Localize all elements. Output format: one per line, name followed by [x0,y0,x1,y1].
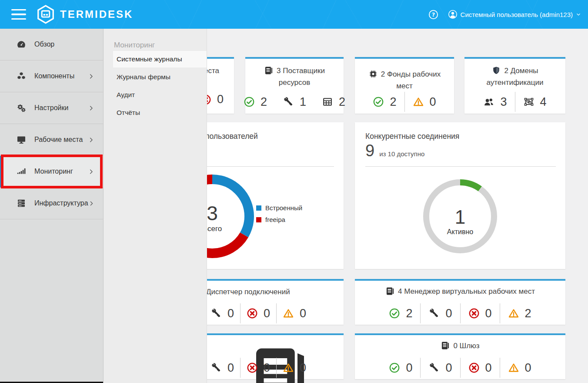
sidebar-item-workplaces[interactable]: Рабочие места [0,124,103,156]
user-menu[interactable]: Системный пользователь (admin123) [448,10,581,19]
sidebar-item-monitoring[interactable]: Мониторинг [0,156,103,188]
chevron-right-icon [88,168,94,175]
sidebar-item-label: Обзор [34,40,54,48]
error-circle-icon [468,362,480,373]
sidebar-item-overview[interactable]: Обзор [0,29,103,60]
sidebar-item-label: Рабочие места [34,136,83,144]
stat-error: 0 [247,361,270,375]
check-circle-icon [244,96,255,108]
submenu-item-system-logs[interactable]: Системные журналы [113,51,207,67]
tools-icon [428,308,440,319]
tools-icon [283,96,294,108]
check-circle-icon [389,362,400,373]
card-workplace-pools[interactable]: 2 Фонды рабочих мест 2 0 [355,57,454,114]
card-stats: 0 0 0 [210,303,306,323]
chart-legend: Встроенный freeipa [256,204,302,228]
stat-warning: 0 [283,361,306,375]
submenu-item-audit[interactable]: Аудит [104,87,207,103]
card-stats: 0 0 0 0 [355,358,565,378]
stat-success: 2 [373,95,396,109]
card-title: 2 Фонды рабочих мест [355,69,454,91]
warning-triangle-icon [283,308,294,319]
stat-maintenance: 0 [210,361,234,375]
card-concurrent-connections[interactable]: Конкурентные соединения 9 из 10 доступно… [355,122,565,269]
table-icon [322,96,333,108]
chevron-right-icon [88,73,94,80]
stat-maintenance: 1 [283,95,306,109]
stat-divider [240,358,241,378]
stat-error: 0 [468,307,492,320]
hamburger-menu-button[interactable] [11,9,26,20]
stat-divider [420,303,421,323]
stat-error: 0 [468,361,492,375]
stat-success: 2 [389,307,412,320]
monitor-icon [16,134,27,145]
sidebar-item-infrastructure[interactable]: Инфраструктура [0,188,103,219]
card-stats: 0 0 0 [210,358,306,378]
journal-icon [441,341,450,353]
stat-warning: 2 [508,307,531,320]
card-gateway[interactable]: 0 Шлюз 0 0 0 0 [355,333,565,379]
stat-divider [404,92,405,112]
stat-object-group: 4 [523,95,547,109]
check-circle-icon [373,96,384,108]
user-name: Системный пользователь (admin123) [461,11,573,18]
sidebar-item-label: Компоненты [34,72,74,80]
stat-divider [276,303,277,323]
server-icon [16,198,27,208]
sidebar-item-components[interactable]: Компоненты [0,60,103,92]
chevron-right-icon [88,200,94,207]
card-stats: 3 4 [464,92,565,112]
topbar-right: Системный пользователь (admin123) [428,10,581,20]
stat-maintenance: 0 [428,307,452,320]
warning-triangle-icon [508,308,519,319]
submenu-monitoring: Мониторинг Системные журналы Журналы фер… [104,29,207,383]
user-icon [448,10,458,19]
chart-title: Конкурентные соединения [365,132,459,141]
card-vdi-manager[interactable]: 4 Менеджер виртуальных рабочих мест 2 0 … [355,279,565,325]
card-title: 4 Менеджер виртуальных рабочих мест [355,286,565,299]
stat-success: 0 [389,361,412,375]
stat-success: 2 [244,95,267,109]
submenu-item-farm-logs[interactable]: Журналы фермы [104,69,207,85]
divider [365,166,556,167]
brand: TERMIDESK [36,4,133,24]
legend-item: Встроенный [256,204,302,212]
sidebar-item-label: Мониторинг [34,168,73,175]
submenu-item-reports[interactable]: Отчёты [104,104,207,121]
chevron-down-icon [576,12,581,17]
stat-divider [420,358,421,378]
stat-divider [515,92,515,112]
object-group-icon [523,96,535,108]
card-title-fragment: Диспетчер подключений [206,288,290,296]
card-stats: 2 1 2 [245,92,344,112]
stat-divider [240,303,241,323]
chart-bars-icon [16,166,27,177]
warning-triangle-icon [508,362,519,373]
card-stats: 2 0 0 2 [355,303,565,323]
sidebar-item-label: Инфраструктура [34,199,88,207]
tools-icon [210,362,222,373]
warning-triangle-icon [413,96,424,108]
card-auth-domains[interactable]: 2 Домены аутентификации 3 4 [464,57,565,114]
stat-warning: 0 [413,95,436,109]
card-title: 3 Поставщики ресурсов [245,66,344,87]
stat-divider [460,358,461,378]
sidebar-item-settings[interactable]: Настройки [0,92,103,124]
stat-table: 2 [322,95,345,109]
tools-icon [428,362,440,373]
journal-icon [385,286,395,299]
help-icon[interactable] [428,10,438,20]
legend-swatch-red [256,217,261,222]
check-circle-icon [389,308,400,319]
available-connections: 9 из 10 доступно [365,141,424,160]
journal-icon [264,66,274,78]
card-resource-providers[interactable]: 3 Поставщики ресурсов 2 1 2 [245,57,344,114]
dashboard-icon [16,39,27,50]
stat-error: 0 [247,307,270,320]
brand-name: TERMIDESK [60,8,133,20]
warning-triangle-icon [283,362,294,373]
stat-divider [500,358,500,378]
card-title: 2 Домены аутентификации [464,66,565,87]
donut-center: 1 Активно [434,208,486,236]
